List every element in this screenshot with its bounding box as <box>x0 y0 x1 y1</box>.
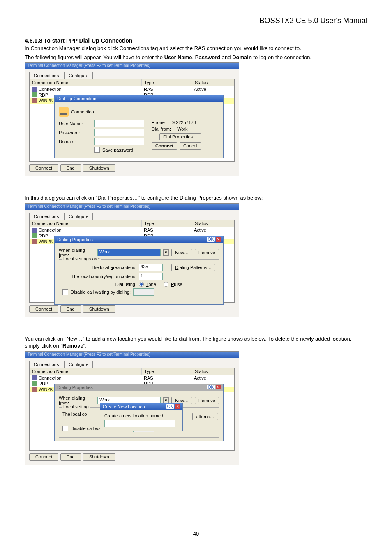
dialfrom-value: Work <box>177 127 187 131</box>
col-type: Type <box>142 220 192 227</box>
connection-icon <box>32 92 37 97</box>
col-status: Status <box>192 79 234 86</box>
page-header: BOSSTX2 CE 5.0 User's Manual <box>25 16 367 25</box>
tab-connections[interactable]: Connections <box>29 361 63 368</box>
tab-configure[interactable]: Configure <box>64 72 93 79</box>
section-heading: 4.6.1.8 To start PPP Dial-Up Connection <box>25 37 367 44</box>
password-input[interactable] <box>94 129 144 136</box>
shutdown-button[interactable]: Shutdown <box>83 453 115 461</box>
ok-button[interactable]: OK <box>207 385 215 389</box>
col-name: Connection Name <box>30 79 142 86</box>
remove-button[interactable]: Remove <box>195 397 219 404</box>
col-name: Connection Name <box>30 368 142 375</box>
col-status: Status <box>192 368 234 375</box>
col-name: Connection Name <box>30 220 142 227</box>
local-settings-legend: Local setting <box>62 404 90 409</box>
pulse-radio[interactable] <box>164 282 168 287</box>
svg-rect-3 <box>59 107 69 117</box>
list-row[interactable]: ConnectionRASActive <box>30 227 234 233</box>
titlebar: Terminal Connection Manager (Press F2 to… <box>25 204 239 210</box>
disable-cw-label: Disable call waiting by dialing: <box>71 290 131 295</box>
end-button[interactable]: End <box>60 453 81 461</box>
col-type: Type <box>142 368 192 375</box>
connection-icon <box>32 87 37 92</box>
titlebar: Terminal Connection Manager (Press F2 to… <box>25 63 239 69</box>
local-settings-legend: Local settings are: <box>62 256 101 261</box>
country-code-label: The local country/region code is: <box>62 274 136 279</box>
save-password-label: Save password <box>102 147 133 152</box>
domain-input[interactable] <box>94 138 144 145</box>
dropdown-icon[interactable]: ▾ <box>163 249 169 256</box>
dialing-patterns-button[interactable]: Dialing Patterns… <box>171 264 215 271</box>
page-number: 40 <box>25 531 367 537</box>
ok-button[interactable]: OK <box>207 237 215 242</box>
dialup-dialog: Dial-Up Connection Connection User Name:… <box>54 95 224 158</box>
remove-button[interactable]: Remove <box>195 249 219 256</box>
connection-list: Connection Name Type Status ConnectionRA… <box>29 368 235 451</box>
tab-configure[interactable]: Configure <box>64 361 93 368</box>
svg-rect-4 <box>32 228 37 233</box>
new-button[interactable]: New… <box>171 249 192 256</box>
domain-label: Domain: <box>59 139 92 144</box>
svg-rect-2 <box>32 98 37 103</box>
disable-cw-checkbox[interactable] <box>62 426 68 431</box>
paragraph-1b: The following figures will appear. You w… <box>25 54 367 61</box>
paragraph-1a: In Connection Manager dialog box click C… <box>25 45 367 52</box>
tab-configure[interactable]: Configure <box>64 213 93 220</box>
connection-list: Connection Name Type Status Connection R… <box>29 79 235 162</box>
tab-connections[interactable]: Connections <box>29 213 63 220</box>
close-icon[interactable]: × <box>216 385 221 389</box>
svg-rect-5 <box>32 233 37 238</box>
shutdown-button[interactable]: Shutdown <box>83 305 115 313</box>
end-button[interactable]: End <box>60 164 81 172</box>
new-location-input[interactable] <box>104 420 175 427</box>
connect-button[interactable]: Connect <box>152 142 177 150</box>
dialing-properties-dialog: Dialing Properties OK× When dialing from… <box>54 236 224 305</box>
close-icon[interactable]: × <box>216 237 221 242</box>
end-button[interactable]: End <box>60 305 81 313</box>
area-code-input[interactable]: 425 <box>139 264 163 271</box>
shutdown-button[interactable]: Shutdown <box>83 164 115 172</box>
disable-cw-input[interactable] <box>133 288 154 296</box>
svg-rect-8 <box>32 381 37 386</box>
tone-radio[interactable] <box>139 282 144 287</box>
dialing-properties-title: Dialing Properties OK× <box>55 236 223 243</box>
dial-properties-button[interactable]: Dial Properties… <box>159 133 201 140</box>
tone-label: Tone <box>146 282 156 287</box>
cancel-button[interactable]: Cancel <box>180 142 201 150</box>
dialup-title: Dial-Up Connection <box>55 95 223 102</box>
connection-manager-window-1: Terminal Connection Manager (Press F2 to… <box>25 62 239 176</box>
svg-rect-6 <box>32 239 37 244</box>
svg-rect-9 <box>32 387 37 392</box>
tab-connections[interactable]: Connections <box>29 72 63 79</box>
country-code-input[interactable]: 1 <box>139 273 163 280</box>
col-type: Type <box>142 79 192 86</box>
username-input[interactable] <box>94 120 144 127</box>
location-select[interactable]: Work <box>97 249 161 256</box>
dialing-properties-title: Dialing Properties OK× <box>55 384 223 391</box>
connect-button[interactable]: Connect <box>29 164 58 172</box>
list-row[interactable]: Connection RAS Active <box>30 86 234 92</box>
dialfrom-label: Dial from: <box>152 127 171 131</box>
connection-label: Connection <box>71 109 94 114</box>
svg-rect-1 <box>32 92 37 97</box>
col-status: Status <box>192 220 234 227</box>
save-password-checkbox[interactable] <box>94 147 100 153</box>
disable-cw-checkbox[interactable] <box>62 289 68 295</box>
titlebar: Terminal Connection Manager (Press F2 to… <box>25 352 239 358</box>
close-icon[interactable]: × <box>175 404 180 409</box>
phone-label: Phone: <box>152 120 166 125</box>
list-row[interactable]: ConnectionRASActive <box>30 375 234 381</box>
connection-manager-window-2: Terminal Connection Manager (Press F2 to… <box>25 203 239 317</box>
area-code-label: The local area code is: <box>62 265 136 270</box>
paragraph-2: In this dialog you can click on "Dial Pr… <box>25 194 367 202</box>
connect-button[interactable]: Connect <box>29 453 58 461</box>
country-label-frag: The local co <box>62 412 91 417</box>
create-new-location-dialog: Create New Location OK× Create a new loc… <box>100 403 183 431</box>
dialing-properties-dialog: Dialing Properties OK× When dialing from… <box>54 384 224 441</box>
dial-using-label: Dial using: <box>62 282 136 287</box>
pulse-label: Pulse <box>171 282 182 287</box>
patterns-button-frag[interactable]: atterns… <box>192 413 218 420</box>
connect-button[interactable]: Connect <box>29 305 58 313</box>
ok-button[interactable]: OK <box>166 404 174 409</box>
